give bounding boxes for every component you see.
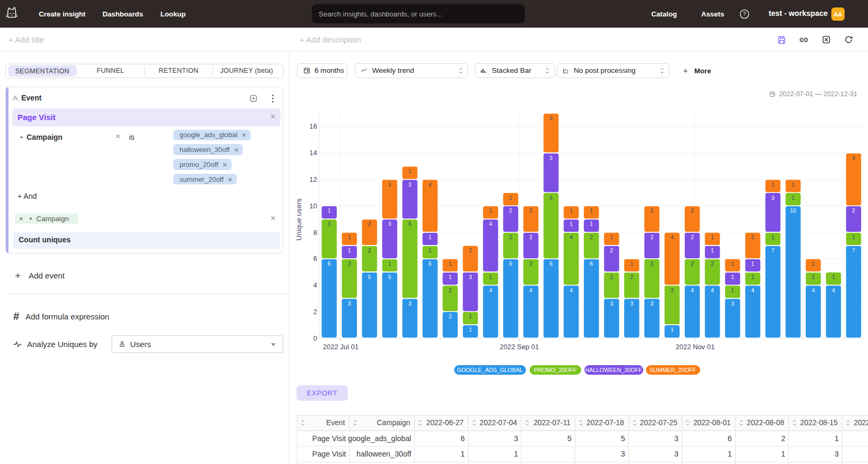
svg-text:2: 2 [530, 261, 533, 267]
svg-text:1: 1 [449, 261, 452, 267]
svg-text:1: 1 [469, 327, 472, 333]
svg-text:1: 1 [489, 274, 492, 280]
svg-text:4: 4 [751, 288, 754, 293]
svg-text:1: 1 [590, 208, 593, 214]
svg-text:3: 3 [550, 115, 553, 121]
svg-text:1: 1 [731, 261, 734, 267]
svg-text:1: 1 [771, 234, 775, 240]
svg-text:2: 2 [509, 234, 513, 240]
svg-text:5: 5 [388, 274, 392, 280]
svg-text:4: 4 [711, 288, 714, 293]
svg-text:12: 12 [310, 175, 317, 183]
svg-text:2: 2 [368, 248, 371, 254]
svg-text:1: 1 [751, 274, 754, 280]
svg-text:3: 3 [630, 301, 633, 307]
svg-text:2: 2 [650, 234, 653, 240]
svg-text:1: 1 [852, 234, 855, 240]
svg-text:3: 3 [409, 182, 412, 188]
svg-text:2: 2 [313, 308, 317, 316]
svg-text:3: 3 [610, 301, 614, 307]
svg-text:3: 3 [469, 274, 472, 280]
svg-text:1: 1 [711, 234, 714, 240]
svg-text:2: 2 [530, 208, 533, 214]
svg-text:4: 4 [691, 288, 694, 293]
svg-text:1: 1 [832, 274, 835, 280]
svg-text:1: 1 [792, 182, 795, 188]
svg-text:4: 4 [489, 288, 492, 293]
svg-text:3: 3 [348, 301, 351, 307]
svg-text:1: 1 [489, 208, 492, 214]
svg-text:5: 5 [368, 274, 371, 280]
svg-text:4: 4 [832, 288, 835, 293]
svg-text:1: 1 [792, 195, 795, 201]
svg-text:2: 2 [368, 221, 371, 227]
svg-text:2: 2 [530, 234, 533, 240]
svg-text:3: 3 [328, 221, 331, 227]
svg-text:6: 6 [590, 261, 593, 267]
svg-text:1: 1 [731, 274, 734, 280]
svg-text:1: 1 [328, 208, 331, 214]
svg-text:1: 1 [469, 314, 472, 319]
svg-text:2: 2 [449, 288, 452, 293]
svg-text:3: 3 [650, 261, 653, 267]
svg-text:2: 2 [509, 208, 513, 214]
svg-text:6: 6 [313, 255, 317, 263]
svg-text:1: 1 [348, 248, 351, 254]
svg-text:6: 6 [509, 261, 513, 267]
svg-text:2: 2 [590, 234, 593, 240]
svg-text:3: 3 [409, 301, 412, 307]
svg-text:7: 7 [852, 248, 855, 254]
svg-text:14: 14 [310, 149, 317, 157]
svg-text:2022 Jul 01: 2022 Jul 01 [323, 343, 359, 351]
svg-text:3: 3 [388, 221, 392, 227]
svg-text:2: 2 [711, 261, 714, 267]
svg-text:6: 6 [328, 261, 331, 267]
svg-text:1: 1 [812, 261, 815, 267]
svg-text:1: 1 [509, 195, 513, 201]
svg-text:3: 3 [550, 155, 553, 161]
svg-text:6: 6 [409, 221, 412, 227]
svg-text:3: 3 [388, 182, 392, 188]
svg-text:1: 1 [630, 261, 633, 267]
svg-text:3: 3 [771, 195, 775, 201]
svg-text:1: 1 [409, 168, 412, 174]
svg-text:2022 Sep 01: 2022 Sep 01 [500, 343, 539, 351]
svg-text:1: 1 [670, 327, 674, 333]
svg-text:1: 1 [429, 234, 432, 240]
svg-text:2: 2 [650, 208, 653, 214]
svg-text:4: 4 [429, 182, 432, 188]
svg-text:4: 4 [852, 155, 855, 161]
svg-text:1: 1 [731, 288, 734, 293]
svg-text:1: 1 [348, 234, 351, 240]
svg-text:4: 4 [313, 281, 317, 289]
svg-text:1: 1 [570, 221, 573, 227]
svg-text:2: 2 [610, 248, 614, 254]
svg-text:1: 1 [449, 274, 452, 280]
svg-text:2: 2 [852, 208, 855, 214]
svg-text:1: 1 [751, 261, 754, 267]
svg-text:2: 2 [610, 274, 614, 280]
svg-text:4: 4 [570, 288, 573, 293]
svg-text:10: 10 [310, 202, 317, 210]
svg-text:16: 16 [310, 122, 317, 130]
svg-text:?: ? [743, 11, 746, 17]
svg-text:6: 6 [550, 261, 553, 267]
svg-text:8: 8 [313, 229, 317, 237]
svg-text:4: 4 [812, 288, 815, 293]
svg-text:Unique users: Unique users [295, 198, 303, 241]
svg-text:2: 2 [630, 274, 633, 280]
svg-text:2: 2 [691, 208, 694, 214]
svg-text:2: 2 [691, 261, 694, 267]
svg-text:1: 1 [711, 248, 714, 254]
svg-text:5: 5 [550, 195, 553, 201]
svg-text:4: 4 [570, 234, 573, 240]
svg-text:2: 2 [751, 234, 754, 240]
svg-text:2022 Nov 01: 2022 Nov 01 [676, 343, 715, 351]
svg-text:2: 2 [469, 248, 472, 254]
svg-text:1: 1 [771, 182, 775, 188]
svg-text:1: 1 [610, 234, 614, 240]
svg-text:1: 1 [570, 208, 573, 214]
svg-text:1: 1 [429, 248, 432, 254]
svg-text:4: 4 [670, 234, 674, 240]
svg-text:2: 2 [449, 314, 452, 319]
